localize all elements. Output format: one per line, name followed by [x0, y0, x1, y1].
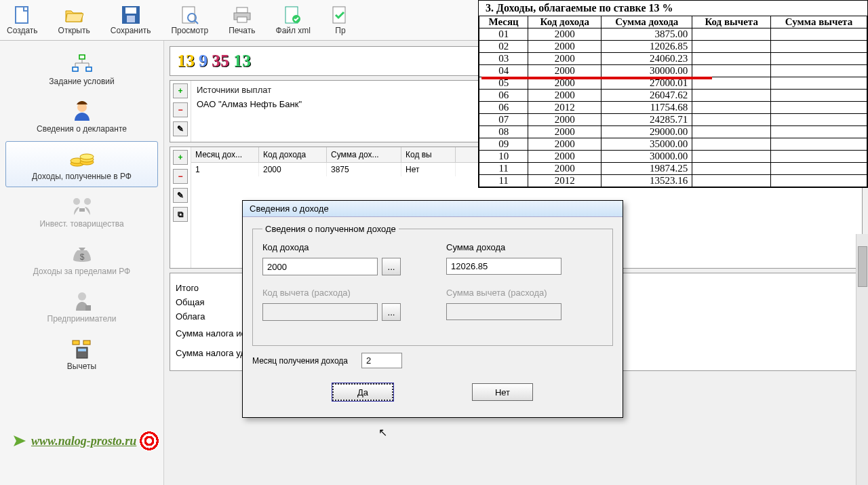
doc-row: 03200024060.23: [479, 53, 867, 65]
handshake-icon: [68, 195, 96, 218]
income-dialog: Сведения о доходе Сведения о полученном …: [242, 200, 623, 418]
svg-rect-27: [85, 305, 91, 311]
svg-rect-9: [237, 17, 247, 22]
svg-point-26: [78, 292, 86, 300]
svg-rect-29: [83, 341, 90, 345]
navigation-sidebar: Задание условий Сведения о декларанте До…: [0, 41, 164, 485]
sidebar-item-conditions[interactable]: Задание условий: [5, 46, 158, 92]
reference-table: МесяцКод доходаСумма доходаКод вычетаСум…: [479, 16, 867, 187]
sidebar-item-entrepreneur: Предприниматели: [5, 284, 158, 330]
sidebar-item-income-rf[interactable]: Доходы, полученные в РФ: [5, 141, 158, 187]
doc-row: 11201213523.16: [479, 175, 867, 187]
no-button[interactable]: Нет: [472, 383, 533, 401]
watermark: www.nalog-prosto.ru: [12, 431, 159, 451]
edit-income-button[interactable]: ✎: [173, 188, 188, 203]
preview-button[interactable]: Просмотр: [171, 3, 208, 37]
code-lookup-button[interactable]: ...: [382, 258, 401, 275]
filexml-button[interactable]: Файл xml: [276, 3, 311, 37]
svg-rect-15: [86, 67, 92, 71]
rate-13-tab[interactable]: 13: [177, 51, 195, 71]
deduction-sum-label: Сумма вычета (расхода): [446, 288, 603, 298]
rate-35-tab[interactable]: 35: [212, 51, 229, 71]
doc-row: 09200035000.00: [479, 138, 867, 151]
highlight-line: [481, 77, 712, 79]
doc-row: 07200024285.71: [479, 114, 867, 126]
vertical-scrollbar[interactable]: [856, 234, 868, 485]
add-source-button[interactable]: +: [173, 83, 188, 98]
svg-rect-3: [127, 16, 135, 22]
income-code-input[interactable]: [262, 258, 378, 275]
deduction-code-label: Код вычета (расхода): [262, 288, 419, 298]
add-income-button[interactable]: +: [173, 150, 188, 165]
svg-rect-2: [125, 7, 136, 14]
doc-row: 0120003875.00: [479, 28, 867, 41]
deduction-code-input: [262, 303, 378, 321]
person-icon: [68, 100, 96, 123]
reference-document: 3. Доходы, облагаемые по ставке 13 % Мес…: [478, 0, 868, 188]
sidebar-item-invest: Инвест. товарищества: [5, 189, 158, 235]
doc-row: 04200030000.00: [479, 65, 867, 77]
col-deduction: Код вы: [401, 147, 456, 162]
sidebar-item-income-abroad: $Доходы за пределами РФ: [5, 236, 158, 282]
open-button[interactable]: Открыть: [58, 3, 90, 37]
doc-row: 06200026047.62: [479, 90, 867, 102]
remove-income-button[interactable]: −: [173, 169, 188, 184]
check-button[interactable]: Пр: [331, 3, 350, 37]
folder-open-icon: [64, 5, 83, 24]
svg-rect-0: [16, 7, 28, 23]
svg-point-23: [84, 198, 91, 205]
preview-icon: [180, 5, 199, 24]
month-input[interactable]: [361, 353, 402, 368]
xml-file-icon: [283, 5, 302, 24]
svg-rect-31: [78, 349, 86, 351]
hierarchy-icon: [68, 52, 96, 75]
rate-13b-tab[interactable]: 13: [233, 51, 251, 71]
money-bag-icon: $: [68, 242, 96, 265]
calculator-icon: [68, 337, 96, 360]
svg-line-6: [195, 20, 198, 24]
svg-rect-14: [73, 67, 78, 71]
businessman-icon: [68, 290, 96, 313]
svg-rect-13: [79, 55, 85, 59]
scroll-thumb[interactable]: [858, 246, 867, 287]
doc-row: 02200012026.85: [479, 41, 867, 53]
doc-row: 10200030000.00: [479, 151, 867, 163]
sidebar-item-deductions[interactable]: Вычеты: [5, 331, 158, 377]
rate-9-tab[interactable]: 9: [199, 51, 208, 71]
svg-rect-28: [73, 341, 79, 345]
svg-rect-12: [333, 7, 345, 23]
doc-row: 08200029000.00: [479, 126, 867, 138]
edit-source-button[interactable]: ✎: [173, 121, 188, 136]
dialog-title: Сведения о доходе: [243, 201, 623, 217]
coins-icon: [68, 147, 96, 170]
new-file-icon: [13, 5, 32, 24]
col-code: Код дохода: [259, 147, 327, 162]
sidebar-item-declarant[interactable]: Сведения о декларанте: [5, 94, 158, 140]
month-label: Месяц получения дохода: [252, 356, 348, 366]
copy-income-button[interactable]: ⧉: [173, 207, 188, 222]
cursor-icon: ↖: [378, 426, 387, 439]
svg-text:$: $: [79, 252, 84, 262]
deduction-sum-input: [446, 303, 561, 320]
save-button[interactable]: Сохранить: [111, 3, 151, 37]
col-month: Месяц дох...: [191, 147, 259, 162]
doc-row: 11200019874.25: [479, 163, 867, 175]
svg-point-22: [73, 198, 80, 205]
print-button[interactable]: Печать: [229, 3, 255, 37]
print-icon: [233, 5, 252, 24]
col-sum: Сумма дох...: [327, 147, 401, 162]
remove-source-button[interactable]: −: [173, 102, 188, 117]
doc-row: 06201211754.68: [479, 102, 867, 114]
income-sum-input[interactable]: [446, 258, 561, 275]
deduction-lookup-button: ...: [382, 303, 401, 321]
yes-button[interactable]: Да: [332, 383, 393, 401]
dart-icon: [12, 434, 28, 448]
code-label: Код дохода: [262, 242, 419, 252]
create-button[interactable]: Создать: [7, 3, 38, 37]
target-icon: [139, 431, 159, 451]
svg-point-21: [80, 154, 94, 159]
sum-label: Сумма дохода: [446, 242, 603, 252]
check-icon: [331, 5, 350, 24]
svg-rect-7: [237, 7, 248, 13]
svg-rect-24: [79, 208, 85, 212]
